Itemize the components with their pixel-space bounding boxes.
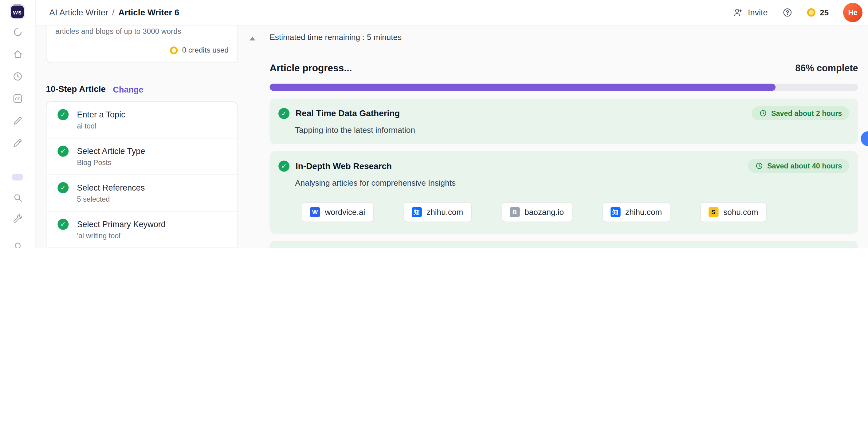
wizard-title: 10-Step Article — [46, 84, 106, 94]
content-suite-icon[interactable]: CS — [12, 93, 23, 104]
progress-panel: Estimated time remaining : 5 minutes Art… — [258, 26, 868, 248]
step-references[interactable]: Select References 5 selected — [46, 175, 238, 211]
spinner-icon — [12, 26, 23, 37]
task-subtitle: Tapping into the latest information — [295, 125, 849, 136]
search-icon[interactable] — [12, 192, 23, 203]
history-icon[interactable] — [12, 71, 23, 82]
step-subtitle: ai tool — [77, 121, 125, 131]
task-subtitle: Analysing articles for comprehensive Ins… — [295, 178, 849, 188]
task-done-icon — [278, 160, 289, 172]
step-title: Enter a Topic — [77, 109, 125, 120]
favicon: W — [310, 207, 320, 217]
step-subtitle: 5 selected — [77, 194, 145, 204]
source-chip-wordvice[interactable]: W wordvice.ai — [302, 202, 373, 222]
invite-label: Invite — [748, 8, 768, 17]
step-primary-keyword[interactable]: Select Primary Keyword 'ai writing tool' — [46, 211, 238, 248]
estimated-time: Estimated time remaining : 5 minutes — [270, 32, 858, 42]
clock-icon — [755, 162, 763, 170]
source-domain: zhihu.com — [427, 208, 463, 217]
wizard-sidebar: articles and blogs of up to 3000 words 0… — [35, 26, 258, 248]
favicon: 知 — [610, 207, 620, 217]
task-real-time-data: Real Time Data Gathering Saved about 2 h… — [270, 99, 858, 144]
progress-fill — [270, 84, 776, 91]
progress-percent: 86% complete — [795, 63, 858, 74]
progress-bar — [270, 84, 858, 91]
time-saved-badge: Saved about 2 hours — [752, 106, 849, 120]
favicon: S — [709, 207, 718, 217]
step-done-icon — [58, 109, 68, 120]
badge-label: Saved about 40 hours — [767, 162, 842, 170]
progress-title: Article progress... — [270, 63, 352, 75]
badge-label: Saved about 2 hours — [771, 109, 842, 117]
wizard-header: 10-Step Article Change — [46, 84, 258, 94]
credits-card: articles and blogs of up to 3000 words 0… — [46, 26, 238, 63]
coin-icon — [170, 46, 178, 54]
credits-count: 25 — [820, 8, 829, 17]
invite-button[interactable]: Invite — [733, 7, 768, 18]
step-text: Select References 5 selected — [77, 182, 145, 204]
source-chip-sohu[interactable]: S sohu.com — [700, 202, 766, 222]
source-chips: W wordvice.ai 知 zhihu.com B baozang.io 知… — [302, 202, 849, 222]
favicon: B — [510, 207, 520, 217]
pen-nib-icon[interactable] — [12, 138, 23, 148]
step-text: Select Article Type Blog Posts — [77, 146, 145, 168]
task-head: Real Time Data Gathering Saved about 2 h… — [278, 106, 849, 120]
svg-text:CS: CS — [15, 96, 21, 101]
task-web-research: In-Depth Web Research Saved about 40 hou… — [270, 151, 858, 234]
coin-icon — [807, 8, 815, 17]
credits-counter[interactable]: 25 — [807, 8, 829, 17]
change-link[interactable]: Change — [113, 85, 143, 94]
credits-used-label: 0 credits used — [182, 46, 228, 54]
task-title: Real Time Data Gathering — [296, 108, 400, 118]
task-fact-checking: Fact Checking and Citing Saved about 2 h… — [270, 241, 858, 248]
breadcrumb-root[interactable]: AI Article Writer — [49, 7, 108, 17]
scroll-up-arrow[interactable] — [250, 37, 255, 40]
task-list: Real Time Data Gathering Saved about 2 h… — [270, 99, 858, 248]
step-done-icon — [58, 182, 68, 194]
task-head: In-Depth Web Research Saved about 40 hou… — [278, 159, 849, 173]
home-icon[interactable] — [12, 49, 23, 60]
topbar-actions: Invite 25 He — [733, 3, 863, 22]
icon-rail: ws CS — [0, 0, 36, 248]
step-title: Select Article Type — [77, 146, 145, 157]
step-enter-topic[interactable]: Enter a Topic ai tool — [46, 102, 238, 139]
clock-icon — [759, 109, 767, 117]
pencil-icon[interactable] — [12, 115, 23, 126]
breadcrumb-current: Article Writer 6 — [118, 7, 179, 17]
source-domain: wordvice.ai — [325, 208, 365, 217]
step-text: Select Primary Keyword 'ai writing tool' — [77, 219, 165, 241]
time-saved-badge: Saved about 40 hours — [748, 159, 849, 173]
favicon: 知 — [412, 207, 422, 217]
step-done-icon — [58, 146, 68, 157]
step-subtitle: 'ai writing tool' — [77, 231, 165, 241]
step-done-icon — [58, 219, 68, 230]
task-done-icon — [278, 108, 289, 119]
step-article-type[interactable]: Select Article Type Blog Posts — [46, 138, 238, 175]
step-title: Select References — [77, 182, 145, 194]
step-text: Enter a Topic ai tool — [77, 109, 125, 131]
help-icon — [782, 7, 793, 18]
tools-icon[interactable] — [12, 214, 23, 225]
source-chip-baozang[interactable]: B baozang.io — [501, 202, 572, 222]
source-domain: sohu.com — [723, 208, 758, 217]
source-chip-zhihu-2[interactable]: 知 zhihu.com — [602, 202, 670, 222]
placeholder-pill-icon — [12, 174, 23, 181]
step-title: Select Primary Keyword — [77, 219, 165, 230]
breadcrumb-separator: / — [112, 7, 115, 17]
progress-header: Article progress... 86% complete — [270, 63, 858, 75]
task-title: In-Depth Web Research — [296, 161, 392, 171]
avatar[interactable]: He — [843, 3, 863, 22]
step-subtitle: Blog Posts — [77, 158, 145, 168]
source-chip-zhihu-1[interactable]: 知 zhihu.com — [403, 202, 472, 222]
topbar: AI Article Writer / Article Writer 6 Inv… — [35, 0, 868, 26]
credits-used-row: 0 credits used — [55, 46, 228, 54]
lightbulb-icon[interactable] — [12, 242, 23, 248]
workspace-logo[interactable]: ws — [10, 4, 25, 19]
app-window: ws CS — [0, 0, 868, 248]
source-domain: baozang.io — [525, 208, 564, 217]
source-domain: zhihu.com — [625, 208, 662, 217]
invite-user-icon — [733, 7, 743, 18]
steps-list: Enter a Topic ai tool Select Article Typ… — [46, 101, 238, 248]
help-button[interactable] — [782, 7, 793, 18]
credits-card-description: articles and blogs of up to 3000 words — [55, 26, 228, 37]
